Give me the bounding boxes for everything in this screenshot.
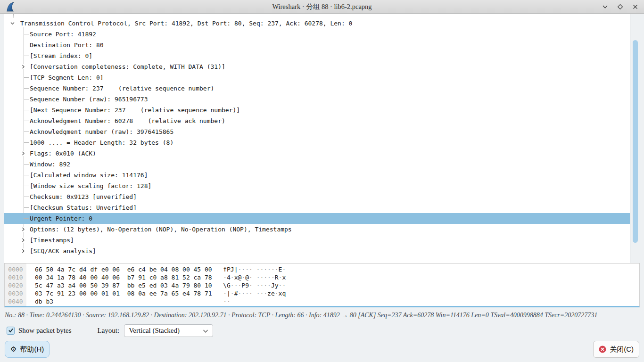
hex-offset: 0020: [5, 281, 26, 289]
hex-bytes: 00 34 1a 78 40 00 40 06 b7 91 c0 a8 81 5…: [26, 273, 286, 281]
checkmark-icon: [8, 328, 14, 333]
tree-branch-line: [24, 77, 29, 78]
hex-bytes: 5c 47 a3 a4 00 50 39 87 bb e5 ed 03 4a 7…: [26, 281, 286, 289]
tree-guide-stub: [13, 14, 14, 17]
tree-branch-line: [24, 56, 29, 56]
tree-row[interactable]: Transmission Control Protocol, Src Port:…: [4, 18, 630, 29]
help-button-label: 帮助(H): [20, 345, 44, 354]
tree-row[interactable]: 1000 .... = Header Length: 32 bytes (8): [4, 137, 630, 148]
tree-row[interactable]: Checksum: 0x9123 [unverified]: [4, 191, 630, 202]
show-packet-bytes-label: Show packet bytes: [18, 327, 71, 335]
hex-offset: 0040: [5, 297, 26, 305]
tree-branch-line: [24, 45, 29, 45]
tree-row-text: Flags: 0x010 (ACK): [30, 150, 96, 157]
tree-row-text: 1000 .... = Header Length: 32 bytes (8): [30, 139, 173, 146]
tree-branch-line: [24, 110, 29, 110]
tree-row[interactable]: [Timestamps]: [4, 235, 630, 246]
help-button[interactable]: ⚙ 帮助(H): [5, 341, 50, 358]
tree-row-text: Window: 892: [30, 161, 70, 168]
tree-row-text: [Calculated window size: 114176]: [30, 172, 148, 179]
tree-row-text: Urgent Pointer: 0: [30, 215, 92, 222]
tree-row[interactable]: Urgent Pointer: 0: [4, 213, 630, 224]
tree-branch-line: [24, 197, 29, 197]
hex-rows: 000066 50 4a 7c d4 df e0 06 e6 c4 be 04 …: [5, 265, 286, 305]
tree-branch-line: [24, 88, 29, 89]
expander-icon[interactable]: [20, 238, 27, 243]
tree-branch-line: [24, 142, 29, 143]
tree-row-text: Checksum: 0x9123 [unverified]: [30, 193, 137, 200]
hex-offset: 0030: [5, 289, 26, 297]
help-gear-icon: ⚙: [10, 346, 17, 353]
maximize-icon[interactable]: [617, 4, 623, 10]
window-controls: [602, 0, 638, 14]
hex-offset: 0000: [5, 265, 26, 273]
tree-row[interactable]: Source Port: 41892: [4, 29, 630, 40]
hex-row[interactable]: 003003 7c 91 23 00 00 01 01 08 0a ee 7a …: [5, 289, 286, 297]
tree-row[interactable]: [Next Sequence Number: 237 (relative seq…: [4, 105, 630, 115]
tree-row[interactable]: [Conversation completeness: Complete, WI…: [4, 61, 630, 72]
tree-row[interactable]: [TCP Segment Len: 0]: [4, 72, 630, 83]
tree-branch-line: [24, 99, 29, 99]
tree-row-text: [Stream index: 0]: [30, 52, 92, 59]
tree-row[interactable]: [Calculated window size: 114176]: [4, 170, 630, 181]
expander-icon[interactable]: [20, 151, 27, 156]
tree-row-text: Sequence Number (raw): 965196773: [30, 96, 148, 103]
close-button[interactable]: 关闭(C): [593, 341, 639, 358]
tree-row[interactable]: [Checksum Status: Unverified]: [4, 202, 630, 213]
tree-branch-line: [24, 175, 29, 175]
tree-row-text: Options: (12 bytes), No-Operation (NOP),…: [30, 226, 292, 233]
tree-row[interactable]: Acknowledgment number (raw): 3976415865: [4, 126, 630, 137]
tree-row-text: Destination Port: 80: [30, 41, 104, 49]
tree-row[interactable]: [SEQ/ACK analysis]: [4, 246, 630, 256]
hex-bytes: db b3 ··: [26, 297, 231, 305]
minimize-icon[interactable]: [602, 4, 608, 10]
hex-row[interactable]: 001000 34 1a 78 40 00 40 06 b7 91 c0 a8 …: [5, 273, 286, 281]
tree-row-text: Source Port: 41892: [30, 31, 96, 38]
hex-row[interactable]: 0040db b3 ··: [5, 297, 286, 305]
vertical-scrollbar-thumb[interactable]: [633, 40, 638, 243]
close-window-icon[interactable]: [632, 4, 638, 10]
tree-row[interactable]: [Window size scaling factor: 128]: [4, 181, 630, 191]
tree-row-text: [TCP Segment Len: 0]: [30, 74, 104, 81]
expander-icon[interactable]: [10, 21, 15, 26]
tree-row-text: Sequence Number: 237 (relative sequence …: [30, 85, 214, 92]
tree-row-text: [Checksum Status: Unverified]: [30, 204, 137, 211]
expander-icon[interactable]: [20, 248, 27, 254]
tree-row[interactable]: Destination Port: 80: [4, 40, 630, 50]
tree-row-text: Acknowledgment Number: 60278 (relative a…: [30, 117, 225, 124]
tree-row[interactable]: Window: 892: [4, 159, 630, 170]
tree-branch-line: [24, 34, 29, 34]
window-title: Wireshark · 分组 88 · lib6-2.pcapng: [0, 0, 644, 14]
tree-branch-line: [24, 218, 29, 219]
tree-row-text: [Window size scaling factor: 128]: [30, 182, 151, 189]
tree-row[interactable]: Sequence Number (raw): 965196773: [4, 94, 630, 105]
tree-rows: Transmission Control Protocol, Src Port:…: [4, 18, 630, 256]
tree-branch-line: [24, 132, 29, 132]
packet-detail-tree: Transmission Control Protocol, Src Port:…: [4, 14, 630, 263]
tree-branch-line: [24, 207, 29, 208]
packet-bytes-pane: 000066 50 4a 7c d4 df e0 06 e6 c4 be 04 …: [4, 263, 640, 307]
hex-row[interactable]: 000066 50 4a 7c d4 df e0 06 e6 c4 be 04 …: [5, 265, 286, 273]
tree-row[interactable]: Options: (12 bytes), No-Operation (NOP),…: [4, 224, 630, 235]
tree-row[interactable]: Acknowledgment Number: 60278 (relative a…: [4, 115, 630, 126]
close-button-label: 关闭(C): [610, 345, 634, 354]
show-packet-bytes-checkbox[interactable]: [7, 327, 15, 335]
tree-row-text: [SEQ/ACK analysis]: [30, 247, 96, 255]
packet-summary-status: No.: 88 · Time: 0.244264130 · Source: 19…: [5, 309, 641, 322]
close-red-circle-icon: [599, 346, 606, 353]
layout-label: Layout:: [97, 327, 119, 335]
tree-row[interactable]: [Stream index: 0]: [4, 50, 630, 61]
expander-icon[interactable]: [20, 64, 27, 69]
layout-dropdown[interactable]: Vertical (Stacked): [124, 324, 213, 337]
tree-row-text: Acknowledgment number (raw): 3976415865: [30, 128, 173, 135]
chevron-down-icon: [203, 329, 208, 333]
footer-controls: Show packet bytes Layout: Vertical (Stac…: [7, 324, 213, 337]
hex-row[interactable]: 00205c 47 a3 a4 00 50 39 87 bb e5 ed 03 …: [5, 281, 286, 289]
tree-branch-line: [24, 121, 29, 121]
expander-icon[interactable]: [20, 227, 27, 232]
tree-row[interactable]: Flags: 0x010 (ACK): [4, 148, 630, 159]
tree-row[interactable]: Sequence Number: 237 (relative sequence …: [4, 83, 630, 94]
tree-row-text: Transmission Control Protocol, Src Port:…: [20, 20, 352, 27]
hex-bytes: 66 50 4a 7c d4 df e0 06 e6 c4 be 04 08 0…: [26, 265, 286, 273]
titlebar: Wireshark · 分组 88 · lib6-2.pcapng: [0, 0, 644, 14]
